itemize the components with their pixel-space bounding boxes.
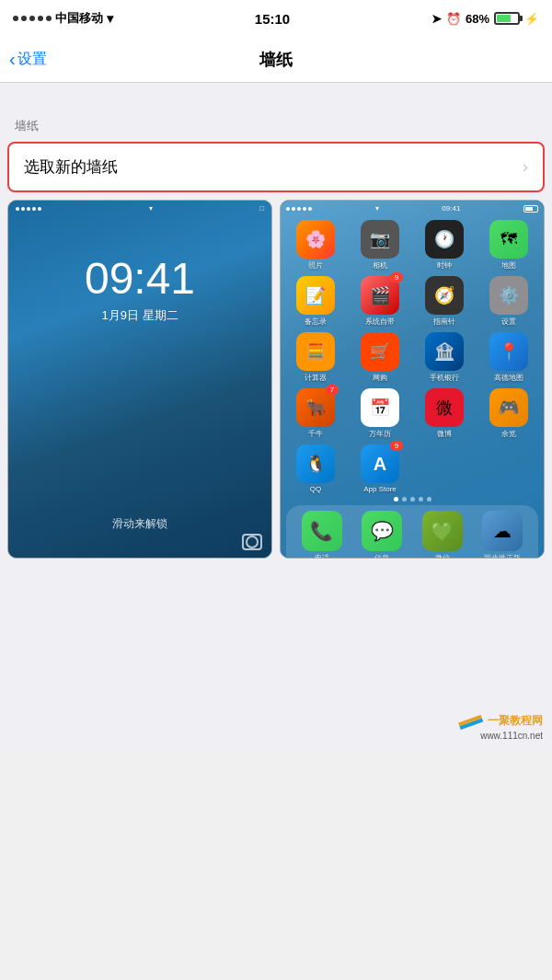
wallpaper-previews: ▾ □ 09:41 1月9日 星期二 滑动来解锁 ▾ 09:41 — [0, 200, 552, 566]
app-settings: ⚙️ 设置 — [479, 276, 538, 327]
appstore-label: App Store — [363, 485, 397, 493]
home-battery — [523, 205, 538, 213]
watermark: 一聚教程网 www.111cn.net — [458, 711, 543, 741]
signal-dots — [13, 16, 52, 21]
calendar-label: 万年历 — [369, 429, 391, 439]
home-screen-preview[interactable]: ▾ 09:41 🌸 照片 📷 — [280, 200, 545, 559]
lock-status-bar: ▾ □ — [8, 201, 271, 216]
home-dock: 📞 电话 💬 信息 💚 微信 ☁ 同步推正版 — [286, 505, 538, 559]
dock-phone-icon: 📞 — [302, 511, 342, 551]
appstore-badge: 9 — [390, 441, 403, 451]
app-appstore: A 9 App Store — [351, 444, 409, 493]
section-gap-top — [0, 83, 552, 110]
photos-label: 照片 — [308, 260, 323, 271]
lock-unlock-text: 滑动来解锁 — [112, 516, 167, 532]
battery-indicator — [494, 12, 520, 25]
bottom-area: 一聚教程网 www.111cn.net — [0, 566, 552, 750]
lock-wifi-icon: ▾ — [149, 204, 153, 213]
page-dot-2 — [402, 497, 407, 502]
status-left: 中国移动 ▾ — [13, 10, 113, 27]
dock-tongbu-icon: ☁ — [482, 511, 523, 551]
home-screen: ▾ 09:41 🌸 照片 📷 — [281, 201, 544, 558]
lock-time: 09:41 — [85, 253, 195, 304]
gaode-icon: 📍 — [489, 332, 528, 371]
qianniu-label: 千牛 — [308, 429, 323, 439]
camera-label: 相机 — [373, 260, 387, 271]
settings-label: 设置 — [501, 317, 516, 327]
home-signal — [286, 207, 312, 211]
qq-label: QQ — [310, 485, 321, 493]
lock-battery: □ — [259, 204, 264, 213]
page-dot-4 — [419, 497, 423, 502]
dock-phone-label: 电话 — [315, 553, 329, 559]
back-chevron-icon: ‹ — [9, 49, 16, 70]
notes-label: 备忘录 — [305, 317, 327, 327]
main-content: 墙纸 选取新的墙纸 › ▾ □ 09:41 1月9日 星期二 滑动来解锁 — [0, 83, 552, 750]
app-photos: 🌸 照片 — [286, 220, 345, 271]
video-badge: 9 — [390, 272, 403, 282]
dock-tongbu-label: 同步推正版 — [484, 553, 521, 559]
alarm-icon: ⏰ — [446, 12, 461, 26]
qianniu-badge: 7 — [326, 385, 339, 395]
bank-label: 手机银行 — [430, 373, 459, 383]
settings-icon: ⚙️ — [489, 276, 528, 315]
watermark-url: www.111cn.net — [458, 731, 543, 741]
dock-messages-label: 信息 — [374, 553, 389, 559]
app-qq: 🐧 QQ — [286, 444, 345, 493]
gaode-label: 高德地图 — [494, 373, 523, 383]
dock-tongbu: ☁ 同步推正版 — [482, 511, 523, 559]
navigation-bar: ‹ 设置 墙纸 — [0, 37, 552, 83]
page-title: 墙纸 — [259, 49, 293, 71]
maps-icon: 🗺 — [489, 220, 528, 259]
dock-phone: 📞 电话 — [302, 511, 342, 559]
clock-icon: 🕐 — [425, 220, 464, 259]
calc-label: 计算器 — [305, 373, 327, 383]
app-bank: 🏦 手机银行 — [415, 332, 474, 383]
app-video: 🎬 9 系统自带 — [351, 276, 409, 327]
back-button[interactable]: ‹ 设置 — [9, 49, 47, 70]
taobao-label: 网购 — [373, 373, 387, 383]
watermark-logo: 一聚教程网 — [458, 711, 543, 730]
chevron-right-icon: › — [523, 157, 528, 177]
dock-wechat: 💚 微信 — [422, 511, 463, 559]
weibo-icon: 微 — [425, 388, 464, 427]
page-dots — [281, 497, 544, 502]
page-dot-3 — [410, 497, 415, 502]
watermark-stripe-icon — [458, 711, 484, 730]
calendar-icon: 📅 — [361, 388, 399, 427]
select-row-wrapper: 选取新的墙纸 › — [0, 138, 552, 200]
app-taobao: 🛒 网购 — [351, 332, 409, 383]
app-weibo: 微 微博 — [415, 388, 474, 439]
qianniu-icon: 🐂 7 — [296, 388, 335, 427]
dock-messages-icon: 💬 — [362, 511, 402, 551]
youxi-label: 余览 — [501, 429, 516, 439]
status-right: ➤ ⏰ 68% ⚡ — [431, 12, 539, 26]
calc-icon: 🧮 — [296, 332, 335, 371]
compass-icon: 🧭 — [425, 276, 464, 315]
page-dot-5 — [427, 497, 431, 502]
weibo-label: 微博 — [437, 429, 452, 439]
bank-icon: 🏦 — [425, 332, 464, 371]
dock-wechat-label: 微信 — [435, 553, 450, 559]
app-calc: 🧮 计算器 — [286, 332, 345, 383]
home-wifi: ▾ — [375, 204, 379, 213]
charging-icon: ⚡ — [524, 12, 539, 26]
app-camera: 📷 相机 — [351, 220, 409, 271]
photos-icon: 🌸 — [296, 220, 335, 259]
location-icon: ➤ — [431, 12, 442, 26]
youxi-icon: 🎮 — [489, 388, 528, 427]
qq-icon: 🐧 — [296, 444, 335, 483]
dock-messages: 💬 信息 — [362, 511, 402, 559]
compass-label: 指南针 — [433, 317, 455, 327]
battery-percent: 68% — [466, 12, 489, 26]
lock-screen-preview[interactable]: ▾ □ 09:41 1月9日 星期二 滑动来解锁 — [7, 200, 272, 559]
notes-icon: 📝 — [296, 276, 335, 315]
taobao-icon: 🛒 — [361, 332, 399, 371]
select-wallpaper-row[interactable]: 选取新的墙纸 › — [7, 142, 545, 192]
app-calendar: 📅 万年历 — [351, 388, 409, 439]
page-dot-1 — [394, 497, 398, 502]
appstore-icon: A 9 — [361, 444, 399, 483]
status-bar: 中国移动 ▾ 15:10 ➤ ⏰ 68% ⚡ — [0, 0, 552, 37]
video-icon: 🎬 9 — [361, 276, 399, 315]
wifi-icon: ▾ — [107, 11, 113, 26]
